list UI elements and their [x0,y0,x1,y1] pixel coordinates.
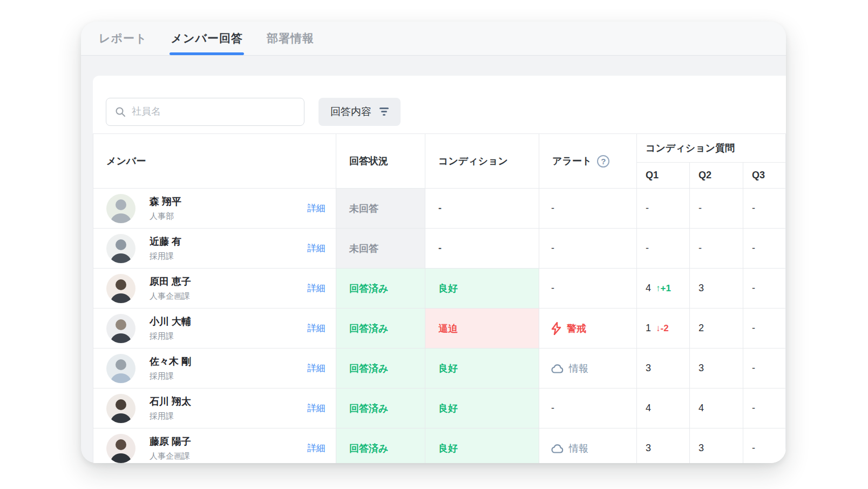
member-dept: 採用課 [150,251,181,262]
member-dept: 人事企画課 [150,291,191,302]
search-icon [115,106,126,117]
app-card: レポート メンバー回答 部署情報 回答内容 [81,22,786,463]
table-row: 小川 大輔 採用課 詳細 回答済み 逼迫 警戒 [93,309,786,349]
condition-cell: 逼迫 [425,309,539,349]
alert-cell: - [539,388,637,428]
table-row: 原田 恵子 人事企画課 詳細 回答済み 良好 - 4 ↑+1 3 - [93,269,786,309]
status-cell: 回答済み [336,388,425,428]
member-name: 藤原 陽子 [150,435,191,448]
q1-cell: 3 [637,428,690,464]
q2-cell: 4 [690,388,743,428]
table-row: 近藤 有 採用課 詳細 未回答 - - - - - [93,229,786,269]
detail-link[interactable]: 詳細 [307,322,326,334]
cloud-icon [551,444,564,453]
cloud-icon [551,364,564,373]
alert-cell: - [539,229,637,269]
status-cell: 未回答 [336,189,425,229]
condition-cell: 良好 [425,388,539,428]
status-cell: 回答済み [336,269,425,309]
detail-link[interactable]: 詳細 [307,362,326,374]
avatar [106,434,135,463]
table-row: 森 翔平 人事部 詳細 未回答 - - - - - [93,189,786,229]
search-input[interactable] [132,106,295,117]
member-dept: 採用課 [150,411,191,421]
lightning-icon [551,322,562,335]
q2-cell: 3 [690,269,743,309]
filter-button[interactable]: 回答内容 [318,98,401,126]
trend-up-indicator: ↑+1 [656,283,671,294]
member-name: 原田 恵子 [150,275,191,288]
q3-cell: - [743,428,786,464]
q1-cell: - [637,189,690,229]
detail-link[interactable]: 詳細 [307,202,326,215]
col-header-condition: コンディション [425,134,539,189]
q2-cell: 3 [690,349,743,388]
toolbar: 回答内容 [93,76,786,133]
member-name: 森 翔平 [150,195,181,208]
q3-cell: - [743,269,786,309]
alert-cell: - [539,269,637,309]
content-panel: 回答内容 メンバー 回答状況 コンディション アラート ? [93,76,786,463]
status-cell: 未回答 [336,229,425,269]
avatar [106,354,135,383]
detail-link[interactable]: 詳細 [307,442,326,454]
q2-cell: - [690,189,743,229]
avatar [106,394,135,423]
member-dept: 採用課 [150,371,191,381]
q3-cell: - [743,309,786,349]
tab-bar: レポート メンバー回答 部署情報 [81,22,786,56]
detail-link[interactable]: 詳細 [307,242,326,254]
q1-cell: 1 ↓-2 [637,309,690,349]
col-header-alert: アラート ? [539,134,637,189]
member-name: 小川 大輔 [150,315,191,328]
q3-cell: - [743,388,786,428]
condition-cell: - [425,229,539,269]
filter-button-label: 回答内容 [330,105,371,119]
col-header-q1: Q1 [637,163,690,189]
condition-cell: 良好 [425,269,539,309]
member-dept: 人事企画課 [150,451,191,461]
status-cell: 回答済み [336,349,425,388]
avatar [106,194,135,223]
q2-cell: 3 [690,428,743,464]
q1-cell: 3 [637,349,690,388]
q1-cell: 4 [637,388,690,428]
member-name: 佐々木 剛 [150,355,191,368]
col-header-member: メンバー [93,134,336,189]
status-cell: 回答済み [336,309,425,349]
tab-report[interactable]: レポート [99,22,147,55]
q3-cell: - [743,189,786,229]
alert-cell: 情報 [539,349,637,388]
q2-cell: 2 [690,309,743,349]
table-row: 佐々木 剛 採用課 詳細 回答済み 良好 情報 3 3 [93,349,786,388]
table-row: 藤原 陽子 人事企画課 詳細 回答済み 良好 情報 3 [93,428,786,464]
member-name: 近藤 有 [150,235,181,248]
avatar [106,274,135,303]
q3-cell: - [743,349,786,388]
member-dept: 採用課 [150,331,191,341]
member-name: 石川 翔太 [150,395,191,408]
col-header-q2: Q2 [690,163,743,189]
detail-link[interactable]: 詳細 [307,402,326,414]
avatar [106,314,135,343]
member-dept: 人事部 [150,211,181,222]
alert-cell: 情報 [539,428,637,464]
condition-cell: 良好 [425,428,539,464]
filter-icon [379,108,389,116]
tab-member-responses[interactable]: メンバー回答 [171,22,242,55]
status-cell: 回答済み [336,428,425,464]
q1-cell: 4 ↑+1 [637,269,690,309]
table-row: 石川 翔太 採用課 詳細 回答済み 良好 - 4 4 - [93,388,786,428]
member-table: メンバー 回答状況 コンディション アラート ? コンディション質問 Q1 Q2… [93,133,786,463]
condition-cell: 良好 [425,349,539,388]
q1-cell: - [637,229,690,269]
trend-down-indicator: ↓-2 [656,323,669,334]
tab-department-info[interactable]: 部署情報 [267,22,314,55]
q2-cell: - [690,229,743,269]
col-header-q3: Q3 [743,163,786,189]
search-box[interactable] [106,98,304,126]
help-icon[interactable]: ? [597,155,609,168]
detail-link[interactable]: 詳細 [307,282,326,294]
avatar [106,234,135,263]
q3-cell: - [743,229,786,269]
